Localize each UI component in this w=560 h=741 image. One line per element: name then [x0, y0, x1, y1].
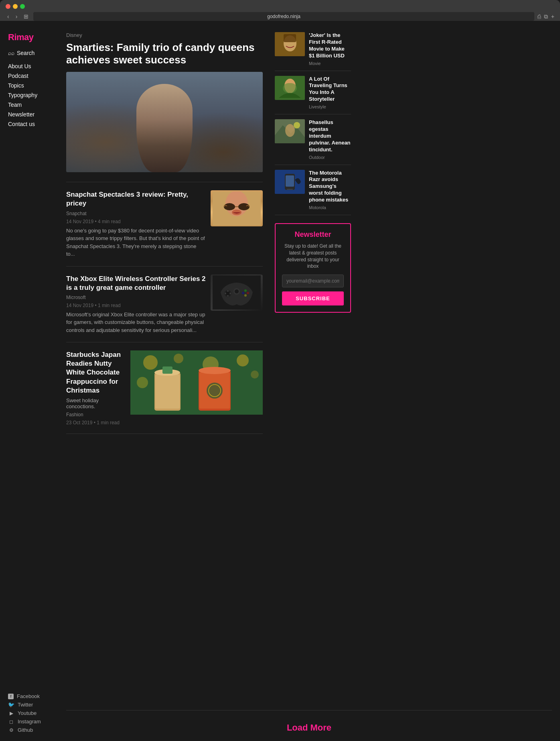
article-xbox: The Xbox Elite Wireless Controller Serie…: [66, 266, 263, 342]
page-wrapper: Rimay ⌕ Search About Us Podcast Topics T…: [0, 24, 560, 741]
social-instagram[interactable]: ◻ Instagram: [8, 719, 62, 725]
search-label: Search: [17, 50, 34, 56]
trending-travel: A Lot Of Traveling Turns You Into A Stor…: [275, 71, 351, 115]
social-github[interactable]: ⚙ Github: [8, 727, 62, 733]
twitter-label: Twitter: [18, 702, 33, 708]
trending-title-travel[interactable]: A Lot Of Traveling Turns You Into A Stor…: [309, 76, 351, 103]
trending-thumb-motorola[interactable]: [275, 170, 305, 194]
main-content: Disney Smarties: Family trio of candy qu…: [62, 24, 271, 710]
svg-point-42: [294, 122, 300, 128]
newsletter-title: Newsletter: [282, 230, 344, 239]
sidebar-item-team[interactable]: Team: [8, 100, 62, 109]
svg-point-32: [199, 367, 231, 374]
snapchat-svg: [213, 191, 261, 226]
instagram-icon: ◻: [8, 719, 14, 725]
trending-info-motorola: The Motorola Razr avoids Samsung's worst…: [309, 170, 351, 210]
sidebar-item-newsletter[interactable]: Newsletter: [8, 110, 62, 119]
svg-point-33: [207, 383, 223, 399]
hero-image[interactable]: [66, 72, 263, 172]
article-excerpt-xbox: Microsoft's original Xbox Elite controll…: [66, 311, 206, 334]
trending-title-outdoor[interactable]: Phasellus egestas interdum pulvinar. Aen…: [309, 119, 351, 153]
load-more-button[interactable]: Load More: [287, 723, 331, 733]
browser-chrome: ‹ › ⊞ ⎙ ⧉ +: [0, 0, 560, 21]
sidebar-item-about-us[interactable]: About Us: [8, 62, 62, 71]
starbucks-grid: Starbucks Japan Readies Nutty White Choc…: [66, 350, 263, 425]
trending-category-joker: Movie: [309, 61, 351, 66]
search-icon: ⌕: [8, 50, 14, 56]
forward-button[interactable]: ›: [14, 12, 19, 20]
travel-image: [275, 76, 305, 100]
github-label: Github: [18, 727, 33, 733]
hero-title: Smarties: Family trio of candy queens ac…: [66, 41, 263, 66]
hero-category: Disney: [66, 32, 263, 38]
youtube-label: Youtube: [18, 710, 37, 716]
xbox-image: [211, 275, 263, 311]
search-button[interactable]: ⌕ Search: [8, 50, 62, 56]
article-thumb-xbox[interactable]: [211, 275, 263, 311]
xbox-svg: [213, 275, 261, 309]
maximize-dot[interactable]: [20, 4, 25, 9]
article-title-starbucks[interactable]: Starbucks Japan Readies Nutty White Choc…: [66, 350, 126, 395]
starbucks-svg: [130, 350, 263, 415]
trending-outdoor: Phasellus egestas interdum pulvinar. Aen…: [275, 114, 351, 165]
trending-category-travel: Livestyle: [309, 104, 351, 109]
share-icon[interactable]: ⎙: [538, 13, 541, 20]
svg-rect-40: [283, 83, 297, 93]
close-dot[interactable]: [6, 4, 10, 9]
trending-info-joker: 'Joker' Is the First R-Rated Movie to Ma…: [309, 32, 351, 66]
svg-point-3: [238, 203, 250, 210]
trending-thumb-outdoor[interactable]: [275, 119, 305, 143]
address-bar[interactable]: [33, 12, 534, 21]
newsletter-description: Stay up to date! Get all the latest & gr…: [282, 243, 344, 270]
back-button[interactable]: ‹: [6, 12, 11, 20]
add-tab-icon[interactable]: +: [551, 13, 554, 20]
trending-title-joker[interactable]: 'Joker' Is the First R-Rated Movie to Ma…: [309, 32, 351, 59]
motorola-svg: [275, 170, 305, 194]
motorola-image: [275, 170, 305, 194]
svg-rect-29: [162, 366, 172, 374]
minimize-dot[interactable]: [13, 4, 18, 9]
article-meta-xbox: 14 Nov 2019 • 1 min read: [66, 303, 206, 308]
article-thumb-snapchat[interactable]: [211, 190, 263, 226]
trending-motorola: The Motorola Razr avoids Samsung's worst…: [275, 165, 351, 215]
trending-thumb-travel[interactable]: [275, 76, 305, 100]
newsletter-box: Newsletter Stay up to date! Get all the …: [275, 223, 351, 313]
article-title-snapchat[interactable]: Snapchat Spectacles 3 review: Pretty, pr…: [66, 190, 206, 208]
sidebar-item-topics[interactable]: Topics: [8, 81, 62, 90]
joker-svg: [275, 32, 305, 56]
logo[interactable]: Rimay: [8, 32, 62, 43]
trending-thumb-joker[interactable]: [275, 32, 305, 56]
sidebar-item-typography[interactable]: Typography: [8, 91, 62, 100]
svg-point-2: [224, 203, 235, 210]
sidebar: Rimay ⌕ Search About Us Podcast Topics T…: [0, 24, 62, 741]
browser-nav: ‹ › ⊞ ⎙ ⧉ +: [6, 12, 554, 21]
trending-title-motorola[interactable]: The Motorola Razr avoids Samsung's worst…: [309, 170, 351, 204]
sidebar-item-contact-us[interactable]: Contact us: [8, 120, 62, 128]
starbucks-image[interactable]: [130, 350, 263, 415]
travel-svg: [275, 76, 305, 100]
hero-figure: [136, 84, 193, 172]
snapchat-image: [211, 190, 263, 226]
starbucks-text: Starbucks Japan Readies Nutty White Choc…: [66, 350, 126, 425]
newsletter-email-input[interactable]: [282, 275, 344, 287]
facebook-label: Facebook: [17, 693, 40, 699]
svg-point-13: [225, 293, 226, 294]
newsletter-subscribe-button[interactable]: SUBSCRIBE: [282, 291, 344, 305]
youtube-icon: ▶: [8, 710, 14, 716]
trending-info-travel: A Lot Of Traveling Turns You Into A Stor…: [309, 76, 351, 110]
main-area: Disney Smarties: Family trio of candy qu…: [62, 24, 560, 741]
trending-category-motorola: Motorola: [309, 205, 351, 210]
joker-image: [275, 32, 305, 56]
svg-point-11: [227, 290, 229, 292]
twitter-icon: 🐦: [8, 702, 14, 708]
article-meta-starbucks: 23 Oct 2019 • 1 min read: [66, 420, 126, 425]
social-facebook[interactable]: f Facebook: [8, 693, 62, 699]
article-title-xbox[interactable]: The Xbox Elite Wireless Controller Serie…: [66, 275, 206, 292]
grid-button[interactable]: ⊞: [22, 12, 30, 20]
social-youtube[interactable]: ▶ Youtube: [8, 710, 62, 716]
sidebar-nav: About Us Podcast Topics Typography Team …: [8, 62, 62, 128]
tab-icon[interactable]: ⧉: [544, 13, 548, 20]
svg-rect-46: [286, 175, 294, 187]
social-twitter[interactable]: 🐦 Twitter: [8, 702, 62, 708]
sidebar-item-podcast[interactable]: Podcast: [8, 71, 62, 80]
